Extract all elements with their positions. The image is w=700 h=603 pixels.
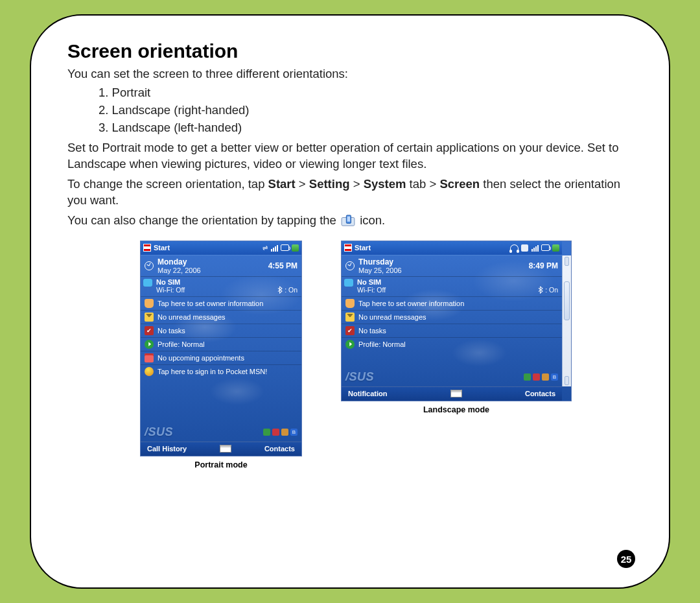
comm-icon — [344, 279, 353, 287]
tasks-icon — [345, 326, 355, 335]
caption-portrait: Portrait mode — [194, 460, 247, 469]
today-item-msn: Tap here to sign in to Pocket MSN! — [141, 365, 301, 378]
profile-icon — [345, 340, 355, 349]
today-item-profile: Profile: Normal — [342, 338, 562, 351]
date-time-row: Monday May 22, 2006 4:55 PM — [141, 255, 301, 277]
manual-page: Screen orientation You can set the scree… — [30, 14, 670, 589]
windows-flag-icon — [143, 244, 151, 252]
asus-logo: /SUS — [145, 425, 173, 439]
tasks-icon — [145, 326, 154, 335]
msn-icon — [145, 367, 154, 376]
sip-keyboard-icon — [220, 445, 231, 453]
screenshot-landscape: Start Thursday May 25, 2006 — [341, 241, 572, 401]
connectivity-row: No SIM Wi-Fi: Off : On — [141, 277, 301, 297]
clock-icon — [145, 261, 154, 270]
windows-flag-icon — [344, 244, 352, 252]
softkey-right: Contacts — [264, 445, 295, 453]
calendar-icon — [145, 353, 154, 362]
tray-mini-icon — [272, 429, 279, 436]
paragraph-navpath: To change the screen orientation, tap St… — [67, 176, 633, 209]
brand-bar: /SUS B — [342, 368, 562, 386]
list-item: 1. Portrait — [99, 86, 150, 99]
clock-icon — [345, 261, 355, 270]
headphone-icon — [510, 244, 519, 252]
tray-mini-icon — [263, 429, 270, 436]
page-title: Screen orientation — [67, 40, 633, 62]
battery-icon — [552, 244, 559, 252]
comm-icon — [143, 279, 152, 287]
asus-logo: /SUS — [345, 370, 374, 384]
connectivity-row: No SIM Wi-Fi: Off : On — [342, 277, 562, 297]
paragraph-usage: Set to Portrait mode to get a better vie… — [67, 140, 633, 172]
rotate-device-icon — [341, 215, 355, 226]
intro-text: You can set the screen to three differen… — [67, 66, 633, 82]
today-item-tasks: No tasks — [141, 324, 301, 338]
tray-mini-icon — [281, 429, 288, 436]
tray-mini-icon — [524, 373, 531, 381]
softkey-left: Call History — [147, 445, 187, 453]
today-item-appointments: No upcoming appointments — [141, 351, 301, 365]
today-item-messages: No unread messages — [141, 311, 301, 324]
page-number-badge: 25 — [617, 550, 635, 568]
today-item-tasks: No tasks — [342, 324, 562, 338]
start-label: Start — [154, 244, 170, 252]
clock-time: 4:55 PM — [268, 261, 298, 270]
paragraph-icon-tip: You can also change the orientation by t… — [67, 213, 633, 229]
profile-icon — [145, 340, 154, 349]
softkey-left: Notification — [348, 390, 388, 397]
softkey-right: Contacts — [525, 390, 555, 397]
tray-mini-icon — [533, 373, 540, 381]
owner-icon — [345, 299, 355, 308]
brand-bar: /SUS B — [141, 423, 301, 442]
status-icon — [521, 244, 528, 252]
svg-rect-2 — [347, 216, 351, 221]
list-item: 3. Landscape (left-handed) — [99, 121, 242, 134]
signal-icon — [531, 244, 539, 252]
mail-icon — [345, 313, 355, 322]
taskbar: Start ⇌ — [141, 241, 301, 255]
today-item-profile: Profile: Normal — [141, 338, 301, 351]
bluetooth-icon — [277, 286, 283, 294]
date-time-row: Thursday May 25, 2006 8:49 PM — [342, 255, 562, 277]
battery-icon — [292, 244, 299, 252]
today-item-messages: No unread messages — [342, 311, 562, 324]
softkey-bar: Notification Contacts — [342, 386, 562, 401]
status-icon: ⇌ — [262, 244, 268, 252]
taskbar: Start — [342, 241, 562, 255]
scrollbar — [562, 255, 571, 386]
mail-icon — [145, 313, 154, 322]
sip-keyboard-icon — [450, 390, 462, 397]
tray-mini-icon — [542, 373, 549, 381]
speaker-icon — [541, 244, 550, 251]
today-item-owner: Tap here to set owner information — [342, 297, 562, 311]
tray-bluetooth-icon: B — [551, 373, 558, 381]
caption-landscape: Landscape mode — [423, 405, 489, 414]
today-item-owner: Tap here to set owner information — [141, 297, 301, 311]
speaker-icon — [281, 244, 289, 251]
signal-icon — [270, 244, 278, 252]
owner-icon — [145, 299, 154, 308]
tray-bluetooth-icon: B — [290, 429, 298, 436]
clock-time: 8:49 PM — [529, 261, 558, 270]
orientation-list: 1. Portrait 2. Landscape (right-handed) … — [99, 85, 633, 136]
screenshot-portrait: Start ⇌ Monday May 22, 2006 4:55 PM — [140, 241, 302, 456]
list-item: 2. Landscape (right-handed) — [99, 103, 249, 117]
start-label: Start — [355, 244, 371, 252]
softkey-bar: Call History Contacts — [141, 442, 301, 456]
bluetooth-icon — [537, 286, 543, 294]
